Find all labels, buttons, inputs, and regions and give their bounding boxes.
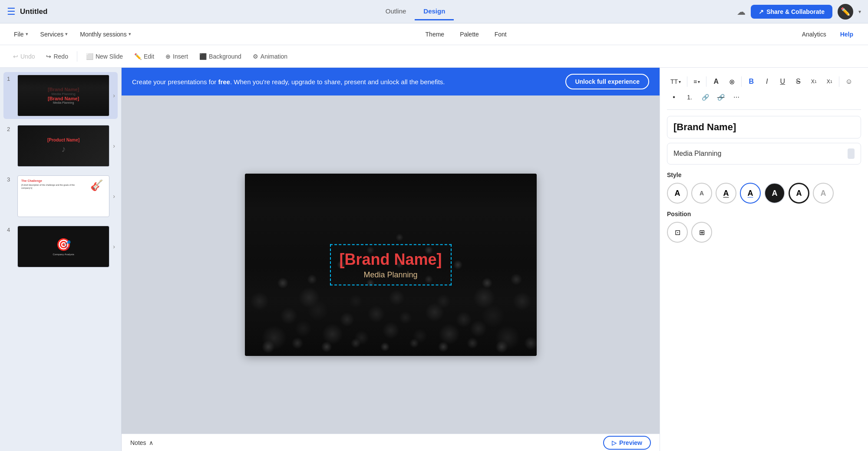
font-size-dropdown[interactable]: TT ▾	[667, 76, 684, 87]
underline-button[interactable]: U	[776, 75, 789, 89]
slide-item-3[interactable]: 3 The Challenge [A brief description of …	[3, 173, 118, 220]
toolbar-separator-1	[77, 51, 77, 62]
slide-expand-icon-2[interactable]: ›	[113, 125, 115, 149]
subscript-button[interactable]: X1	[807, 75, 821, 89]
position-options: ⊡ ⊞	[667, 222, 861, 243]
promo-text: Create your presentations for free. When…	[132, 78, 565, 86]
menu-icon[interactable]: ☰	[7, 6, 16, 17]
nav-right-area: ☁ ↗ Share & Collaborate ✏️ ▾	[737, 4, 861, 20]
slide-subtitle: Media Planning	[339, 270, 442, 279]
insert-button[interactable]: ⊕ Insert	[161, 50, 192, 63]
edit-button[interactable]: ✏️ Edit	[130, 50, 158, 63]
share-icon: ↗	[759, 8, 764, 15]
notes-label-text: Notes	[130, 439, 146, 446]
preview-label: Preview	[619, 439, 642, 446]
avatar-icon: ✏️	[841, 7, 850, 16]
fmt-sep-4	[839, 76, 839, 87]
avatar[interactable]: ✏️	[838, 4, 853, 20]
highlight-button[interactable]: ⊗	[725, 75, 739, 89]
style-option-dark-bg[interactable]: A	[764, 183, 785, 204]
subtitle-input-wrapper: Media Planning	[667, 143, 861, 165]
bold-button[interactable]: B	[744, 75, 758, 89]
file-menu[interactable]: File ▾	[9, 28, 33, 40]
unlock-button[interactable]: Unlock full experience	[565, 74, 649, 89]
palette-button[interactable]: Palette	[454, 28, 485, 40]
style-option-small[interactable]: A	[691, 183, 712, 204]
slide-expand-icon-1[interactable]: ›	[113, 75, 115, 99]
tab-design[interactable]: Design	[415, 3, 454, 20]
text-input-area: Media Planning	[667, 116, 861, 165]
animation-button[interactable]: ⚙ Animation	[248, 50, 292, 63]
slide-thumbnail-2: [Product Name] ♪	[17, 125, 109, 167]
position-section-label: Position	[667, 211, 861, 217]
preview-play-icon: ▷	[612, 439, 617, 446]
slide-expand-icon-3[interactable]: ›	[113, 175, 115, 200]
slide-canvas-wrapper: [Brand Name] Media Planning	[122, 95, 660, 434]
logo-area: ☰ Untitled	[7, 6, 94, 17]
position-option-2[interactable]: ⊞	[691, 222, 712, 243]
cloud-icon[interactable]: ☁	[737, 7, 746, 17]
background-button[interactable]: ⬛ Background	[195, 50, 246, 63]
position-icon-1: ⊡	[675, 228, 680, 237]
more-formatting-button[interactable]: ⋯	[729, 90, 743, 104]
preview-button[interactable]: ▷ Preview	[603, 436, 651, 450]
services-chevron-icon: ▾	[65, 31, 68, 37]
slide-canvas[interactable]: [Brand Name] Media Planning	[245, 174, 537, 356]
file-chevron-icon: ▾	[26, 31, 28, 37]
right-panel: TT ▾ ≡ ▾ A ⊗ B I U S X1	[660, 68, 868, 451]
edit-icon: ✏️	[134, 53, 142, 60]
style-option-light[interactable]: A	[813, 183, 834, 204]
theme-button[interactable]: Theme	[419, 28, 451, 40]
fmt-sep-1	[687, 76, 687, 87]
font-size-chevron: ▾	[679, 79, 681, 84]
notes-chevron-icon: ∧	[149, 439, 153, 446]
notes-bar: Notes ∧ ▷ Preview	[122, 434, 660, 451]
slide-item-2[interactable]: 2 [Product Name] ♪ ›	[3, 122, 118, 169]
brand-name-input[interactable]	[667, 116, 861, 138]
font-button[interactable]: Font	[488, 28, 513, 40]
style-option-underline-blue[interactable]: A	[740, 183, 761, 204]
secondary-navigation: File ▾ Services ▾ Monthly sessions ▾ The…	[0, 23, 868, 45]
new-slide-button[interactable]: ⬜ New Slide	[82, 50, 127, 63]
help-button[interactable]: Help	[834, 28, 859, 40]
services-menu[interactable]: Services ▾	[35, 28, 73, 40]
canvas-area: Create your presentations for free. When…	[122, 68, 660, 451]
slide-number-3: 3	[7, 175, 14, 183]
undo-button[interactable]: ↩ Undo	[9, 50, 39, 63]
bullets-button[interactable]: •	[667, 90, 681, 104]
slides-sidebar: 1 [Brand Name] Media Planning [Brand Nam…	[0, 68, 122, 451]
slide-number-1: 1	[7, 75, 14, 82]
link-button[interactable]: 🔗	[698, 90, 712, 104]
resize-handle[interactable]	[848, 148, 855, 159]
unlink-button[interactable]: 🔗	[714, 90, 728, 104]
tab-outline[interactable]: Outline	[377, 3, 415, 20]
position-option-1[interactable]: ⊡	[667, 222, 688, 243]
monthly-sessions-label: Monthly sessions	[80, 31, 126, 38]
share-collaborate-button[interactable]: ↗ Share & Collaborate	[751, 5, 832, 19]
numbered-list-button[interactable]: 1.	[683, 90, 696, 104]
redo-button[interactable]: ↪ Redo	[42, 50, 72, 63]
slide-number-4: 4	[7, 226, 14, 233]
style-option-underline[interactable]: A	[716, 183, 736, 204]
italic-button[interactable]: I	[760, 75, 774, 89]
text-color-button[interactable]: A	[709, 75, 723, 89]
slide-item-4[interactable]: 4 🎯 Company Analysis ›	[3, 223, 118, 270]
chevron-down-icon[interactable]: ▾	[858, 9, 861, 15]
slide-text-box[interactable]: [Brand Name] Media Planning	[330, 244, 451, 285]
redo-icon: ↪	[46, 53, 51, 60]
strikethrough-button[interactable]: S	[791, 75, 805, 89]
slide-item-1[interactable]: 1 [Brand Name] Media Planning [Brand Nam…	[3, 72, 118, 119]
analytics-button[interactable]: Analytics	[796, 28, 832, 40]
style-option-outlined[interactable]: A	[789, 183, 809, 204]
position-icon-2: ⊞	[699, 228, 705, 237]
emoji-button[interactable]: ☺	[842, 75, 856, 89]
monthly-sessions-menu[interactable]: Monthly sessions ▾	[75, 28, 136, 40]
align-dropdown[interactable]: ≡ ▾	[690, 76, 703, 87]
superscript-button[interactable]: X1	[822, 75, 836, 89]
style-option-normal[interactable]: A	[667, 183, 688, 204]
insert-icon: ⊕	[165, 53, 171, 60]
promo-banner: Create your presentations for free. When…	[122, 68, 660, 95]
notes-toggle[interactable]: Notes ∧	[130, 439, 153, 446]
slide-expand-icon-4[interactable]: ›	[113, 226, 115, 250]
animation-icon: ⚙	[253, 53, 258, 60]
